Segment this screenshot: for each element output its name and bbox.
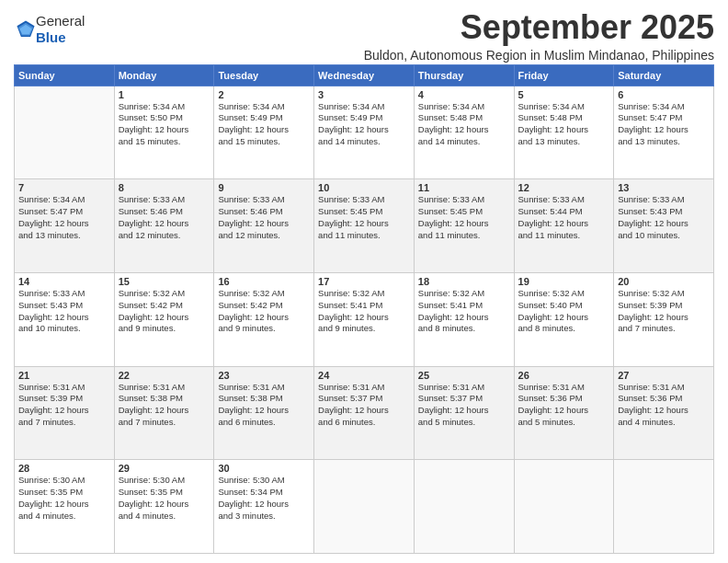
calendar-cell: 2Sunrise: 5:34 AMSunset: 5:49 PMDaylight… bbox=[214, 86, 314, 179]
day-info: Sunrise: 5:30 AMSunset: 5:34 PMDaylight:… bbox=[218, 475, 310, 522]
day-info: Sunrise: 5:33 AMSunset: 5:43 PMDaylight:… bbox=[18, 288, 110, 335]
calendar-cell: 18Sunrise: 5:32 AMSunset: 5:41 PMDayligh… bbox=[414, 272, 514, 366]
calendar-cell: 25Sunrise: 5:31 AMSunset: 5:37 PMDayligh… bbox=[414, 366, 514, 460]
day-info: Sunrise: 5:34 AMSunset: 5:49 PMDaylight:… bbox=[218, 101, 310, 148]
day-number: 23 bbox=[218, 370, 310, 381]
day-number: 4 bbox=[418, 89, 510, 100]
calendar-cell: 23Sunrise: 5:31 AMSunset: 5:38 PMDayligh… bbox=[214, 366, 314, 460]
day-number: 24 bbox=[318, 370, 410, 381]
day-number: 19 bbox=[518, 276, 610, 287]
calendar-cell: 6Sunrise: 5:34 AMSunset: 5:47 PMDaylight… bbox=[614, 86, 714, 179]
calendar-cell: 13Sunrise: 5:33 AMSunset: 5:43 PMDayligh… bbox=[614, 179, 714, 273]
day-number: 22 bbox=[119, 370, 210, 381]
day-info: Sunrise: 5:31 AMSunset: 5:39 PMDaylight:… bbox=[18, 382, 110, 429]
day-number: 10 bbox=[318, 182, 410, 193]
day-info: Sunrise: 5:33 AMSunset: 5:45 PMDaylight:… bbox=[318, 194, 410, 241]
location-title: Buldon, Autonomous Region in Muslim Mind… bbox=[85, 48, 714, 63]
day-info: Sunrise: 5:31 AMSunset: 5:38 PMDaylight:… bbox=[119, 382, 210, 429]
calendar-cell: 16Sunrise: 5:32 AMSunset: 5:42 PMDayligh… bbox=[214, 272, 314, 366]
calendar-cell bbox=[514, 460, 614, 554]
day-number: 13 bbox=[618, 182, 710, 193]
day-number: 25 bbox=[418, 370, 510, 381]
calendar-week-row: 21Sunrise: 5:31 AMSunset: 5:39 PMDayligh… bbox=[15, 366, 714, 460]
day-number: 6 bbox=[618, 89, 710, 100]
calendar-cell bbox=[15, 86, 115, 179]
day-info: Sunrise: 5:32 AMSunset: 5:42 PMDaylight:… bbox=[218, 288, 310, 335]
calendar-cell: 21Sunrise: 5:31 AMSunset: 5:39 PMDayligh… bbox=[15, 366, 115, 460]
day-info: Sunrise: 5:31 AMSunset: 5:36 PMDaylight:… bbox=[518, 382, 610, 429]
day-info: Sunrise: 5:30 AMSunset: 5:35 PMDaylight:… bbox=[119, 475, 210, 522]
day-number: 18 bbox=[418, 276, 510, 287]
calendar-week-row: 28Sunrise: 5:30 AMSunset: 5:35 PMDayligh… bbox=[15, 460, 714, 554]
day-number: 27 bbox=[618, 370, 710, 381]
day-number: 30 bbox=[218, 463, 310, 474]
day-info: Sunrise: 5:32 AMSunset: 5:42 PMDaylight:… bbox=[119, 288, 210, 335]
day-number: 9 bbox=[218, 182, 310, 193]
day-info: Sunrise: 5:32 AMSunset: 5:41 PMDaylight:… bbox=[318, 288, 410, 335]
calendar-cell: 14Sunrise: 5:33 AMSunset: 5:43 PMDayligh… bbox=[15, 272, 115, 366]
weekday-header-tuesday: Tuesday bbox=[214, 64, 314, 86]
calendar-cell: 15Sunrise: 5:32 AMSunset: 5:42 PMDayligh… bbox=[114, 272, 214, 366]
calendar-week-row: 7Sunrise: 5:34 AMSunset: 5:47 PMDaylight… bbox=[15, 179, 714, 273]
day-info: Sunrise: 5:33 AMSunset: 5:44 PMDaylight:… bbox=[518, 194, 610, 241]
day-info: Sunrise: 5:30 AMSunset: 5:35 PMDaylight:… bbox=[18, 475, 110, 522]
calendar-cell: 9Sunrise: 5:33 AMSunset: 5:46 PMDaylight… bbox=[214, 179, 314, 273]
calendar-cell: 7Sunrise: 5:34 AMSunset: 5:47 PMDaylight… bbox=[15, 179, 115, 273]
calendar-cell: 8Sunrise: 5:33 AMSunset: 5:46 PMDaylight… bbox=[114, 179, 214, 273]
logo-line2: Blue bbox=[36, 29, 66, 45]
calendar-cell bbox=[414, 460, 514, 554]
calendar-cell: 30Sunrise: 5:30 AMSunset: 5:34 PMDayligh… bbox=[214, 460, 314, 554]
calendar-cell: 11Sunrise: 5:33 AMSunset: 5:45 PMDayligh… bbox=[414, 179, 514, 273]
calendar-cell bbox=[614, 460, 714, 554]
logo-line1: General bbox=[36, 13, 85, 29]
day-info: Sunrise: 5:31 AMSunset: 5:37 PMDaylight:… bbox=[318, 382, 410, 429]
day-number: 11 bbox=[418, 182, 510, 193]
day-number: 20 bbox=[618, 276, 710, 287]
day-number: 21 bbox=[18, 370, 110, 381]
day-number: 17 bbox=[318, 276, 410, 287]
calendar-cell: 29Sunrise: 5:30 AMSunset: 5:35 PMDayligh… bbox=[114, 460, 214, 554]
day-info: Sunrise: 5:34 AMSunset: 5:47 PMDaylight:… bbox=[618, 101, 710, 148]
calendar-cell: 19Sunrise: 5:32 AMSunset: 5:40 PMDayligh… bbox=[514, 272, 614, 366]
day-info: Sunrise: 5:32 AMSunset: 5:39 PMDaylight:… bbox=[618, 288, 710, 335]
day-number: 15 bbox=[119, 276, 210, 287]
day-info: Sunrise: 5:34 AMSunset: 5:49 PMDaylight:… bbox=[318, 101, 410, 148]
calendar-cell: 22Sunrise: 5:31 AMSunset: 5:38 PMDayligh… bbox=[114, 366, 214, 460]
weekday-header-saturday: Saturday bbox=[614, 64, 714, 86]
day-info: Sunrise: 5:34 AMSunset: 5:48 PMDaylight:… bbox=[518, 101, 610, 148]
calendar-cell: 17Sunrise: 5:32 AMSunset: 5:41 PMDayligh… bbox=[314, 272, 415, 366]
calendar-cell: 10Sunrise: 5:33 AMSunset: 5:45 PMDayligh… bbox=[314, 179, 415, 273]
calendar-week-row: 1Sunrise: 5:34 AMSunset: 5:50 PMDaylight… bbox=[15, 86, 714, 179]
day-number: 1 bbox=[119, 89, 210, 100]
calendar-cell: 3Sunrise: 5:34 AMSunset: 5:49 PMDaylight… bbox=[314, 86, 415, 179]
logo-icon bbox=[16, 19, 36, 40]
day-number: 29 bbox=[119, 463, 210, 474]
month-title: September 2025 bbox=[85, 9, 714, 46]
calendar-cell: 5Sunrise: 5:34 AMSunset: 5:48 PMDaylight… bbox=[514, 86, 614, 179]
calendar-cell: 26Sunrise: 5:31 AMSunset: 5:36 PMDayligh… bbox=[514, 366, 614, 460]
weekday-header-friday: Friday bbox=[514, 64, 614, 86]
calendar-cell: 1Sunrise: 5:34 AMSunset: 5:50 PMDaylight… bbox=[114, 86, 214, 179]
day-number: 3 bbox=[318, 89, 410, 100]
day-info: Sunrise: 5:32 AMSunset: 5:40 PMDaylight:… bbox=[518, 288, 610, 335]
day-info: Sunrise: 5:31 AMSunset: 5:38 PMDaylight:… bbox=[218, 382, 310, 429]
day-number: 26 bbox=[518, 370, 610, 381]
weekday-header-sunday: Sunday bbox=[15, 64, 115, 86]
calendar-table: SundayMondayTuesdayWednesdayThursdayFrid… bbox=[14, 64, 714, 554]
day-info: Sunrise: 5:32 AMSunset: 5:41 PMDaylight:… bbox=[418, 288, 510, 335]
calendar-cell: 20Sunrise: 5:32 AMSunset: 5:39 PMDayligh… bbox=[614, 272, 714, 366]
day-number: 12 bbox=[518, 182, 610, 193]
weekday-header-monday: Monday bbox=[114, 64, 214, 86]
day-info: Sunrise: 5:31 AMSunset: 5:37 PMDaylight:… bbox=[418, 382, 510, 429]
calendar-cell: 4Sunrise: 5:34 AMSunset: 5:48 PMDaylight… bbox=[414, 86, 514, 179]
day-number: 14 bbox=[18, 276, 110, 287]
day-info: Sunrise: 5:34 AMSunset: 5:47 PMDaylight:… bbox=[18, 194, 110, 241]
calendar-cell: 27Sunrise: 5:31 AMSunset: 5:36 PMDayligh… bbox=[614, 366, 714, 460]
calendar-cell bbox=[314, 460, 415, 554]
day-number: 28 bbox=[18, 463, 110, 474]
weekday-header-wednesday: Wednesday bbox=[314, 64, 415, 86]
logo: General Blue bbox=[14, 13, 85, 46]
title-block: September 2025 Buldon, Autonomous Region… bbox=[85, 9, 714, 63]
page-header: General Blue September 2025 Buldon, Auto… bbox=[14, 9, 714, 63]
day-info: Sunrise: 5:33 AMSunset: 5:45 PMDaylight:… bbox=[418, 194, 510, 241]
